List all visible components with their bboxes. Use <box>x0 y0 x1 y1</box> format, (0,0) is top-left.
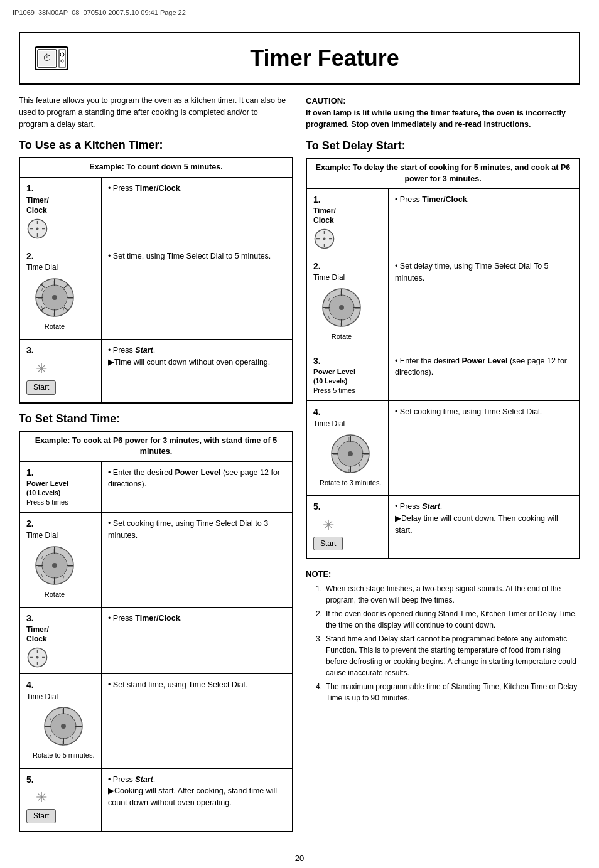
start-btn-container-1: ✳ Start <box>26 360 56 395</box>
stand-time-step4-instruction: • Set stand time, using Time Select Dial… <box>102 674 292 768</box>
svg-text:—: — <box>46 724 51 729</box>
stand-time-step3-instruction: • Press Timer/Clock. <box>102 608 292 673</box>
stand-time-step-2: 2. Time Dial <box>20 513 292 608</box>
kitchen-timer-step1-cell: 1. Timer/Clock <box>20 178 102 245</box>
dial-rotate-label-2: Rotate <box>45 590 65 599</box>
stand-time-step3-cell: 3. Timer/Clock <box>20 608 102 673</box>
stand-time-step2-cell: 2. Time Dial <box>20 513 102 607</box>
start-button-label-1: Start <box>26 380 56 395</box>
top-bar-text: IP1069_38N00AP_08_070510 2007.5.10 09:41… <box>13 9 186 16</box>
dial-rotate-label-ds4: Rotate to 3 minutes. <box>320 478 381 488</box>
right-col: CAUTION: If oven lamp is lit while using… <box>306 95 580 704</box>
delay-start-step1-instruction: • Press Timer/Clock. <box>389 189 579 255</box>
svg-point-4 <box>61 60 63 62</box>
press-times-1: Press 5 times <box>26 498 68 507</box>
page-wrapper: IP1069_38N00AP_08_070510 2007.5.10 09:41… <box>0 0 599 868</box>
delay-start-step3-instruction: • Enter the desired Power Level (see pag… <box>389 350 579 401</box>
dial-2: | — — | / / \ \ Rotate <box>33 544 77 599</box>
sun-icon-1: ✳ <box>36 360 47 379</box>
delay-start-step2-cell: 2. Time Dial <box>307 255 389 350</box>
dial-rotate-label-3: Rotate to 5 minutes. <box>33 751 94 760</box>
stand-time-step-4: 4. Time Dial <box>20 674 292 769</box>
svg-text:—: — <box>325 306 329 310</box>
delay-start-box: Example: To delay the start of cooking f… <box>306 158 580 559</box>
svg-text:|: | <box>62 709 63 714</box>
page-title: Timer Feature <box>83 45 566 72</box>
press-times-ds3: Press 5 times <box>313 386 355 395</box>
start-btn-container-ds5: ✳ Start <box>313 516 343 551</box>
note-item-1: When each stage finishes, a two-beep sig… <box>316 583 580 606</box>
stand-time-step1-cell: 1. Power Level(10 Levels) Press 5 times <box>20 462 102 513</box>
stand-time-section: To Set Stand Time: Example: To cook at P… <box>19 412 293 832</box>
kitchen-timer-step2-cell: 2. Time Dial <box>20 245 102 340</box>
dial-ds4: | — — | / / \ \ Rotate <box>320 432 381 488</box>
delay-start-step-1: 1. Timer/Clock <box>307 189 579 255</box>
stand-time-step-1: 1. Power Level(10 Levels) Press 5 times … <box>20 462 292 513</box>
note-item-3: Stand time and Delay start cannot be pro… <box>316 633 580 678</box>
two-col-layout: This feature allows you to program the o… <box>19 95 580 841</box>
svg-text:|: | <box>53 580 54 585</box>
note-title: NOTE: <box>306 568 580 581</box>
svg-point-3 <box>60 53 64 56</box>
svg-text:—: — <box>38 296 42 300</box>
dial-svg-2: | — — | / / \ \ <box>33 544 77 587</box>
delay-start-step4-instruction: • Set cooking time, using Time Select Di… <box>389 401 579 495</box>
kitchen-timer-step2-instruction: • Set time, using Time Select Dial to 5 … <box>102 245 292 340</box>
start-button-label-2: Start <box>26 809 56 823</box>
timer-clock-label-ds1: Timer/Clock <box>313 206 336 226</box>
caution-text: If oven lamp is lit while using the time… <box>306 107 580 131</box>
time-dial-label-2: Time Dial <box>26 262 58 273</box>
sun-icon-ds5: ✳ <box>323 516 334 535</box>
delay-start-example-title: Example: To delay the start of cooking f… <box>307 159 579 189</box>
dial-rotate-label-1: Rotate <box>45 322 65 331</box>
delay-start-step3-cell: 3. Power Level(10 Levels) Press 5 times <box>307 350 389 401</box>
dial-ds2: | — — | / / \ \ Rotate <box>320 286 364 341</box>
svg-point-91 <box>348 451 353 456</box>
stand-time-step-5: 5. ✳ Start • Press Start. ▶Cooking will … <box>20 769 292 831</box>
timer-clock-label-1: Timer/Clock <box>26 196 49 215</box>
kitchen-timer-step3-cell: 3. ✳ Start <box>20 340 102 402</box>
note-item-4: The maximum programmable time of Standin… <box>316 681 580 704</box>
stand-time-heading: To Set Stand Time: <box>19 412 293 426</box>
delay-start-step-2: 2. Time Dial <box>307 255 579 350</box>
stand-time-step5-cell: 5. ✳ Start <box>20 769 102 831</box>
svg-text:—: — <box>77 724 82 729</box>
svg-text:|: | <box>53 548 54 553</box>
kitchen-timer-step3-instruction: • Press Start. ▶Time will count down wit… <box>102 340 292 402</box>
timer-clock-icon-3 <box>26 646 48 668</box>
dial-rotate-label-ds2: Rotate <box>332 332 352 341</box>
svg-point-34 <box>52 563 57 568</box>
power-level-label-ds3: Power Level(10 Levels) <box>313 367 355 386</box>
delay-start-step-3: 3. Power Level(10 Levels) Press 5 times … <box>307 350 579 402</box>
timer-clock-icon-1 <box>26 218 48 240</box>
note-item-2: If the oven door is opened during Stand … <box>316 608 580 631</box>
stand-time-step4-cell: 4. Time Dial <box>20 674 102 768</box>
svg-text:—: — <box>68 296 73 300</box>
svg-point-8 <box>36 227 39 230</box>
delay-start-step5-instruction: • Press Start. ▶Delay time will count do… <box>389 496 579 558</box>
stand-time-box: Example: To cook at P6 power for 3 minut… <box>19 431 293 832</box>
svg-text:|: | <box>340 322 341 327</box>
svg-text:⏱: ⏱ <box>43 53 51 63</box>
dial-1: | — — | / / \ \ <box>33 276 77 331</box>
page-number: 20 <box>19 854 580 863</box>
kitchen-timer-step1-instruction: • Press Timer/Clock. <box>102 178 292 245</box>
delay-start-step-4: 4. Time Dial <box>307 401 579 496</box>
caution-block: CAUTION: If oven lamp is lit while using… <box>306 95 580 131</box>
top-bar: IP1069_38N00AP_08_070510 2007.5.10 09:41… <box>0 6 599 19</box>
svg-text:—: — <box>38 564 42 568</box>
stand-time-step5-instruction: • Press Start. ▶Cooking will start. Afte… <box>102 769 292 831</box>
power-level-label-1: Power Level(10 Levels) <box>26 479 68 498</box>
start-button-label-ds5: Start <box>313 537 343 551</box>
intro-text: This feature allows you to program the o… <box>19 95 289 130</box>
delay-start-heading: To Set Delay Start: <box>306 139 580 153</box>
left-col: This feature allows you to program the o… <box>19 95 293 841</box>
kitchen-timer-section: To Use as a Kitchen Timer: Example: To c… <box>19 139 293 403</box>
kitchen-timer-box: Example: To count down 5 minutes. 1. Tim… <box>19 157 293 403</box>
kitchen-timer-step-2: 2. Time Dial <box>20 245 292 340</box>
svg-point-55 <box>61 724 66 729</box>
svg-text:|: | <box>348 468 350 473</box>
svg-text:|: | <box>340 290 341 295</box>
stand-time-step-3: 3. Timer/Clock <box>20 608 292 674</box>
dial-3: | — — | / / \ \ Rotate <box>33 704 94 760</box>
